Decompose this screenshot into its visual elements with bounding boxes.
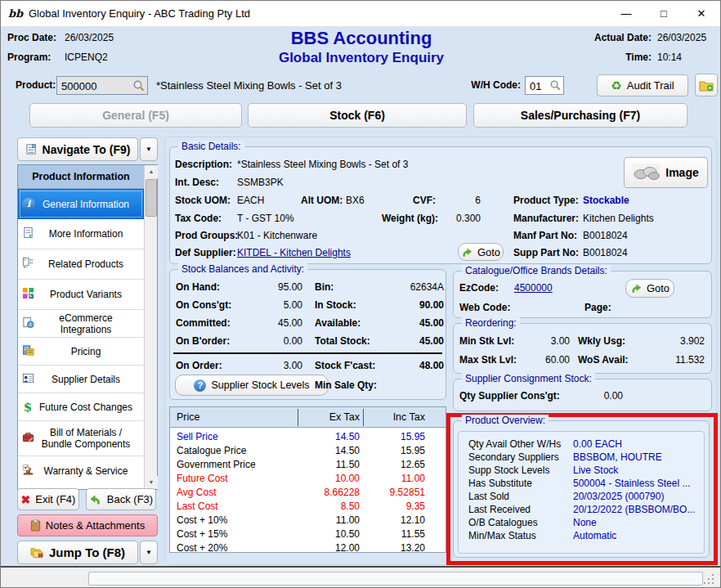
notes-label: Notes & Attachments: [46, 519, 145, 532]
maximize-button[interactable]: □: [645, 1, 683, 27]
wkly-usg-label: Wkly Usg:: [578, 335, 625, 347]
search-icon[interactable]: [132, 79, 146, 92]
in-stock-value: 90.00: [370, 299, 444, 311]
wh-code-value: 01: [530, 80, 541, 92]
folder-add-icon: [699, 79, 714, 92]
program-value: ICPENQ2: [65, 52, 108, 63]
qty-consgt-label: Qty Supplier Cons'gt:: [459, 390, 560, 402]
stock-uom-label: Stock UOM:: [175, 195, 231, 206]
sidebar-item-warranty-service[interactable]: Warranty & Service: [18, 456, 144, 486]
sidebar-scrollbar[interactable]: ▲ ▼: [144, 165, 157, 489]
col-ex-tax: Ex Tax: [301, 411, 360, 423]
overview-value: BBSBOM, HOUTRE: [573, 451, 662, 463]
supplier-stock-levels-button[interactable]: ? Supplier Stock Levels: [175, 375, 329, 396]
goto-arrow-icon: [630, 283, 642, 294]
scroll-up-icon[interactable]: ▲: [145, 165, 158, 178]
close-button[interactable]: ✕: [683, 1, 720, 27]
def-supplier-label: Def Supplier:: [175, 247, 236, 258]
overview-value: None: [573, 517, 597, 528]
resize-grip-icon[interactable]: [704, 582, 705, 584]
overview-label: Last Received: [468, 504, 531, 515]
on-hand-label: On Hand:: [176, 281, 220, 293]
new-folder-button[interactable]: [695, 74, 718, 97]
back-arrow-icon: [89, 494, 102, 505]
program-label: Program:: [7, 52, 51, 63]
weight-value: 0.300: [440, 213, 481, 224]
goto-catalogue-button[interactable]: Goto: [625, 279, 674, 298]
sidebar-item-related-products[interactable]: Related Products: [18, 249, 144, 280]
ezcode-link[interactable]: 4500000: [514, 282, 553, 294]
qty-consgt-value: 0.00: [576, 390, 623, 402]
notes-attachments-button[interactable]: Notes & Attachments: [17, 514, 158, 536]
on-consgt-value: 5.00: [244, 299, 302, 311]
jump-to-button[interactable]: Jump To (F8): [17, 541, 138, 564]
jump-dropdown-button[interactable]: ▼: [140, 541, 158, 564]
tab-sales-purchasing[interactable]: Sales/Purchasing (F7): [473, 103, 687, 128]
goto-supplier-button[interactable]: Goto: [458, 243, 504, 261]
def-supplier-link[interactable]: KITDEL - Kitchen Delights: [237, 247, 351, 258]
stock-divider: [173, 352, 442, 354]
sidebar-item-ecommerce-integrations[interactable]: eCommerce Integrations: [18, 310, 144, 338]
on-hand-value: 95.00: [244, 281, 302, 293]
min-stk-label: Min Stk Lvl:: [459, 335, 514, 347]
exit-button[interactable]: ✖ Exit (F4): [17, 488, 79, 510]
sidebar-item-more-information[interactable]: More Information: [18, 219, 144, 249]
time-value: 10:14: [657, 52, 682, 63]
wh-code-input[interactable]: 01: [525, 76, 564, 95]
tab-general[interactable]: General (F5): [29, 103, 242, 128]
description-label: Description:: [175, 159, 232, 170]
price-table-header: Price Ex Tax Inc Tax: [170, 407, 446, 428]
tab-stock[interactable]: Stock (F6): [248, 103, 467, 128]
weight-label: Weight (kg):: [382, 213, 438, 224]
supp-part-label: Supp Part No:: [513, 247, 579, 258]
sidebar-item-general-information[interactable]: i General Information: [18, 189, 144, 219]
sidebar-item-supplier-details[interactable]: Supplier Details: [18, 366, 144, 393]
sidebar-item-bill-of-materials[interactable]: Bill of Materials / Bundle Components: [18, 421, 144, 456]
stock-balances-title: Stock Balances and Activity:: [178, 263, 307, 275]
audit-trail-button[interactable]: ♻ Audit Trail: [597, 74, 688, 97]
nav-section-header: Product Information: [18, 165, 144, 189]
minimize-button[interactable]: —: [607, 1, 645, 27]
image-button[interactable]: Image: [624, 157, 708, 188]
overview-label: Supp Stock Levels: [468, 465, 549, 476]
window-title: Global Inventory Enquiry - ABC Trading P…: [29, 1, 250, 27]
navigate-dropdown-button[interactable]: ▼: [140, 137, 158, 161]
catalogue-details-title: Catalogue/Office Brands Details:: [462, 265, 611, 276]
web-code-label: Web Code:: [459, 302, 510, 313]
sidebar-item-future-cost-changes[interactable]: $ Future Cost Changes: [18, 393, 144, 421]
col-price: Price: [177, 411, 199, 423]
jump-folders-icon: [30, 546, 44, 559]
overview-value: 20/03/2025 (000790): [573, 491, 664, 502]
app-title: BBS Accounting: [230, 28, 493, 49]
scroll-down-icon[interactable]: ▼: [145, 476, 158, 489]
scrollbar-thumb[interactable]: [146, 179, 157, 217]
cvf-value: 6: [440, 195, 481, 206]
prod-groups-value: K01 - Kitchenware: [237, 230, 317, 241]
sidebar-item-pricing[interactable]: Pricing: [18, 338, 144, 366]
stock-fcast-value: 48.00: [370, 360, 444, 371]
red-highlight-box: Product Overview: Qty Avail Other W/Hs 0…: [446, 413, 718, 565]
sidebar-item-product-variants[interactable]: Product Variants: [18, 280, 144, 310]
reordering-title: Reordering:: [462, 317, 520, 329]
consignment-group: Supplier Consignment Stock: Qty Supplier…: [453, 379, 712, 411]
product-input[interactable]: 500000: [56, 76, 148, 95]
bom-toolbox-icon: [18, 431, 38, 446]
ezcode-label: EzCode:: [459, 282, 499, 294]
app-subtitle: Global Inventory Enquiry: [230, 50, 493, 66]
navigate-to-button[interactable]: Navigate To (F9): [17, 137, 138, 161]
bin-value: 62634A: [370, 281, 444, 293]
basic-details-group: Basic Details: Description: *Stainless S…: [169, 146, 712, 264]
wh-code-label: W/H Code:: [459, 79, 521, 91]
wkly-usg-value: 3.902: [642, 335, 705, 347]
max-stk-value: 60.00: [519, 354, 570, 366]
stock-balances-group: Stock Balances and Activity: On Hand: 95…: [169, 269, 446, 400]
app-window: bb Global Inventory Enquiry - ABC Tradin…: [0, 0, 721, 588]
title-bar: bb Global Inventory Enquiry - ABC Tradin…: [1, 1, 720, 27]
back-button[interactable]: Back (F3): [86, 488, 156, 510]
close-x-icon: ✖: [21, 493, 31, 506]
on-order-label: On Order:: [176, 360, 222, 371]
search-icon[interactable]: [549, 79, 562, 92]
manufacturer-label: Manufacturer:: [513, 213, 579, 224]
alt-uom-value: BX6: [346, 195, 365, 206]
in-stock-label: In Stock:: [315, 299, 356, 311]
